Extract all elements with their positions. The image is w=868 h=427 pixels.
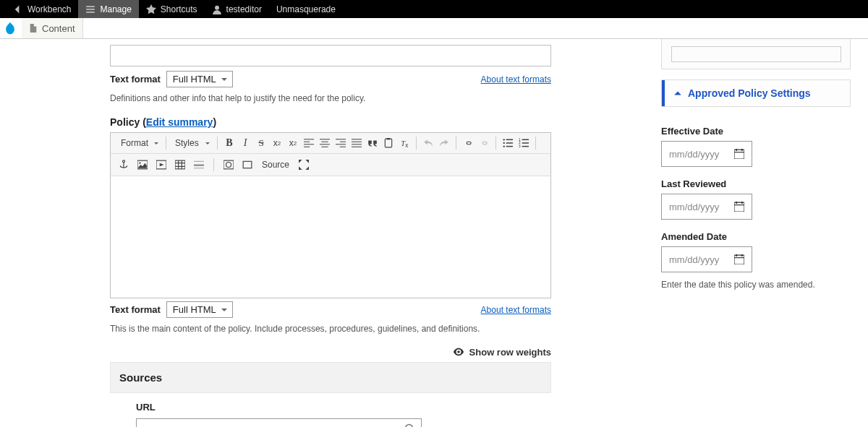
iframe-button[interactable] [221, 158, 236, 172]
numbered-list-button[interactable]: 123 [516, 136, 531, 150]
about-text-formats-link-2[interactable]: About text formats [481, 305, 551, 315]
svg-rect-33 [736, 254, 737, 256]
amended-date-input[interactable]: mm/dd/yyyy [661, 246, 752, 272]
text-format-label: Text format [110, 74, 161, 85]
about-text-formats-link[interactable]: About text formats [481, 74, 551, 85]
svg-rect-6 [506, 139, 513, 141]
anchor-button[interactable] [116, 158, 131, 172]
image-button[interactable] [135, 158, 150, 172]
undo-button[interactable] [421, 136, 435, 150]
calendar-icon [734, 202, 744, 212]
svg-rect-27 [736, 149, 737, 151]
svg-rect-21 [175, 160, 185, 169]
unlink-button[interactable] [477, 136, 491, 150]
strike-button[interactable]: S [254, 136, 268, 150]
svg-rect-32 [734, 255, 744, 264]
redo-button[interactable] [437, 136, 451, 150]
toolbar-label: Shortcuts [161, 4, 197, 14]
calendar-icon [734, 254, 744, 264]
subbar-label: Content [42, 23, 75, 34]
svg-rect-28 [741, 149, 743, 151]
bold-button[interactable]: B [222, 136, 237, 150]
toolbar-label: testeditor [226, 4, 262, 14]
svg-rect-1 [385, 139, 391, 147]
svg-rect-34 [741, 254, 743, 256]
amended-date-label: Amended Date [661, 231, 851, 242]
svg-point-25 [406, 425, 413, 428]
toolbar-item-user[interactable]: testeditor [205, 0, 269, 18]
svg-point-7 [503, 142, 505, 144]
svg-point-19 [139, 163, 140, 164]
effective-date-input[interactable]: mm/dd/yyyy [661, 141, 752, 167]
svg-point-17 [122, 160, 124, 163]
hamburger-icon [85, 4, 95, 14]
superscript-button[interactable]: x2 [270, 136, 284, 150]
user-icon [212, 4, 222, 14]
svg-rect-26 [734, 150, 744, 159]
text-format-select[interactable]: Full HTML [166, 71, 233, 87]
search-icon[interactable] [404, 423, 416, 427]
source-label[interactable]: Source [259, 160, 292, 170]
align-left-button[interactable] [302, 136, 316, 150]
align-center-button[interactable] [318, 136, 332, 150]
blockquote-button[interactable] [365, 136, 380, 150]
ckeditor-toolbar-row2: Source [111, 154, 550, 176]
hr-button[interactable] [192, 158, 206, 172]
svg-rect-16 [522, 146, 529, 147]
text-format-select-2[interactable]: Full HTML [166, 301, 233, 318]
chevron-up-icon [673, 89, 682, 98]
cke-styles-dropdown[interactable]: Styles [171, 137, 213, 150]
media-button[interactable] [154, 158, 169, 172]
svg-point-9 [503, 146, 505, 147]
helptext-policy: This is the main content of the policy. … [110, 324, 551, 334]
svg-rect-30 [736, 202, 737, 204]
svg-rect-2 [387, 138, 391, 139]
align-right-button[interactable] [333, 136, 348, 150]
italic-button[interactable]: I [238, 136, 252, 150]
svg-text:x: x [405, 142, 408, 148]
remove-format-button[interactable]: Tx [397, 136, 412, 150]
bulleted-list-button[interactable] [501, 136, 515, 150]
cke-format-dropdown[interactable]: Format [116, 137, 161, 150]
svg-rect-10 [506, 146, 513, 147]
sources-body: URL Start typing the title of a piece of… [110, 393, 551, 427]
svg-rect-24 [243, 161, 252, 168]
toolbar-item-shortcuts[interactable]: Shortcuts [139, 0, 205, 18]
editor-body-prev[interactable] [110, 45, 551, 66]
svg-rect-12 [522, 139, 529, 141]
admin-toolbar: Workbench Manage Shortcuts testeditor Un… [0, 0, 868, 18]
svg-rect-31 [741, 202, 743, 204]
show-row-weights-toggle[interactable]: Show row weights [110, 347, 551, 358]
last-reviewed-label: Last Reviewed [661, 178, 851, 189]
edit-summary-link[interactable]: Edit summary [146, 116, 213, 128]
svg-point-0 [215, 5, 219, 9]
sources-header: Sources [110, 362, 551, 393]
star-icon [146, 4, 156, 14]
source-button[interactable] [240, 158, 255, 172]
paste-button[interactable] [381, 136, 396, 150]
toolbar-item-manage[interactable]: Manage [78, 0, 138, 18]
last-reviewed-input[interactable]: mm/dd/yyyy [661, 194, 752, 220]
svg-text:3: 3 [519, 145, 521, 148]
toolbar-item-workbench[interactable]: Workbench [6, 0, 78, 18]
svg-rect-14 [522, 142, 529, 144]
eye-icon [454, 347, 464, 357]
sidebar-prev-input[interactable] [671, 46, 841, 62]
subscript-button[interactable]: x2 [286, 136, 300, 150]
subbar-item-content[interactable]: Content [22, 18, 83, 38]
chevron-left-icon [13, 4, 23, 14]
ckeditor-body[interactable] [111, 176, 550, 298]
url-input[interactable] [136, 418, 422, 427]
ckeditor-policy: Format Styles B I S x2 x2 Tx [110, 132, 551, 298]
approved-policy-toggle[interactable]: Approved Policy Settings [662, 80, 850, 106]
ckeditor-toolbar: Format Styles B I S x2 x2 Tx [111, 133, 550, 154]
svg-point-23 [226, 163, 231, 168]
right-sidebar: Approved Policy Settings Effective Date … [661, 39, 851, 300]
align-justify-button[interactable] [349, 136, 364, 150]
link-button[interactable] [461, 136, 475, 150]
table-button[interactable] [173, 158, 187, 172]
maximize-button[interactable] [297, 158, 311, 172]
toolbar-item-unmasquerade[interactable]: Unmasquerade [269, 0, 343, 18]
svg-point-5 [503, 139, 505, 140]
toolbar-label: Manage [100, 4, 131, 14]
